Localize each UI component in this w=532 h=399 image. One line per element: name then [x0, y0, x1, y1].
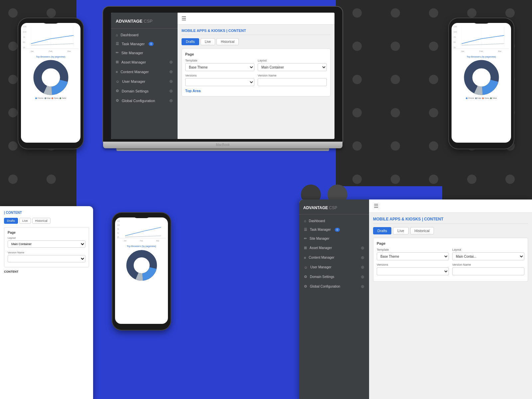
- tablet-versions-select[interactable]: [377, 267, 449, 275]
- tablet-topbar-right: ☰: [369, 200, 532, 213]
- tablet-task-badge: 0: [335, 228, 340, 232]
- sidebar-item-site-manager[interactable]: ✏ Site Manager: [111, 48, 178, 57]
- tablet-label-dashboard: Dashboard: [309, 219, 325, 223]
- tablet-task-icon: ☰: [304, 227, 307, 232]
- partial-tab-historical[interactable]: Historical: [32, 218, 51, 224]
- partial-version-select[interactable]: [8, 255, 85, 262]
- tablet-main-right: ☰ MOBILE APPS & KIOSKS | CONTENT Drafts …: [369, 200, 532, 399]
- domain-icon: ⚙: [116, 89, 119, 93]
- partial-page-title: Page: [8, 231, 85, 234]
- donut-section-bottom: Top Browsers (by pageview): [117, 244, 166, 285]
- tablet-form-template: Template Base Theme: [377, 248, 449, 260]
- hamburger-icon[interactable]: ☰: [182, 15, 186, 22]
- donut-legend-left: Chrome Edge Opera Safari: [23, 97, 78, 99]
- tablet-tab-drafts[interactable]: Drafts: [373, 227, 391, 234]
- partial-breadcrumb: | CONTENT: [4, 211, 89, 214]
- tablet-global-icon: ⚙: [304, 284, 307, 289]
- sidebar-item-asset-manager[interactable]: ⊞ Asset Manager ⊕: [111, 57, 178, 67]
- tablet-sidebar-content[interactable]: ≡ Content Manager ⊕: [299, 253, 369, 262]
- sidebar-item-global-config[interactable]: ⚙ Global Configuration ⊕: [111, 96, 178, 105]
- template-label-laptop: Template: [185, 59, 254, 62]
- tablet-page-card-title: Page: [377, 241, 524, 245]
- form-row-versions-laptop: Versions Version Name: [185, 74, 327, 86]
- svg-point-17: [136, 260, 147, 271]
- sidebar-item-domain-settings[interactable]: ⚙ Domain Settings ⊕: [111, 86, 178, 96]
- tablet-content-plus: ⊕: [361, 255, 364, 260]
- tablet-label-asset: Asset Manager: [310, 246, 332, 250]
- tablet-domain-plus: ⊕: [361, 274, 364, 279]
- tablet-global-plus: ⊕: [361, 284, 364, 289]
- tablet-user-plus: ⊕: [361, 265, 364, 270]
- phone-analytics-left: 125100755025 JanFebMar Top Browsers (by …: [21, 23, 80, 103]
- content-icon: ≡: [116, 70, 118, 74]
- top-area-link-laptop[interactable]: Top Area: [185, 89, 327, 93]
- phone-notch-bottom: [133, 213, 150, 218]
- partial-layout-select[interactable]: Main Container: [8, 240, 85, 248]
- version-name-input-laptop[interactable]: [258, 78, 327, 86]
- tablet-sidebar-global[interactable]: ⚙ Global Configuration ⊕: [299, 282, 369, 291]
- tablet-logo-text: ADVANTAGE: [303, 205, 328, 210]
- tab-drafts-laptop[interactable]: Drafts: [182, 38, 199, 45]
- versions-select-laptop[interactable]: [185, 78, 254, 86]
- phone-screen-right: 125100755025 JanFebMar Top Browsers (by …: [452, 23, 511, 143]
- tablet-content-area: MOBILE APPS & KIOSKS | CONTENT Drafts Li…: [369, 213, 532, 286]
- tablet-tab-live[interactable]: Live: [393, 227, 408, 234]
- tablet-template-select[interactable]: Base Theme: [377, 252, 449, 260]
- sidebar-label-site: Site Manager: [121, 51, 143, 55]
- donut-legend-right: Chrome Edge Opera Safari: [454, 97, 509, 99]
- partial-left-content: | CONTENT Drafts Live Historical Page La…: [0, 206, 93, 279]
- chart-svg-bottom: [117, 220, 166, 238]
- sidebar-item-task-manager[interactable]: ☰ Task Manager 0: [111, 39, 178, 48]
- phone-right: 125100755025 JanFebMar Top Browsers (by …: [449, 18, 514, 149]
- laptop-screen-outer: ADVANTAGE CSP ⌂ Dashboard ☰ Task Manager…: [103, 7, 342, 142]
- sidebar-item-content-manager[interactable]: ≡ Content Manager ⊕: [111, 67, 178, 76]
- user-plus-icon: ⊕: [169, 79, 173, 84]
- sidebar-item-dashboard[interactable]: ⌂ Dashboard: [111, 31, 178, 39]
- form-group-layout-laptop: Layout Main Container: [258, 59, 327, 71]
- partial-tab-live[interactable]: Live: [19, 218, 31, 224]
- tablet-version-name-input[interactable]: [452, 267, 524, 275]
- partial-tab-drafts[interactable]: Drafts: [4, 218, 18, 224]
- laptop-base: MacBook: [103, 142, 342, 148]
- sidebar-item-user-manager[interactable]: ☺ User Manager ⊕: [111, 76, 178, 86]
- tablet-sidebar-asset[interactable]: ⊞ Asset Manager ⊕: [299, 243, 369, 253]
- logo-text: ADVANTAGE: [116, 19, 142, 24]
- tablet-tab-historical[interactable]: Historical: [410, 227, 434, 234]
- tablet-form-version-name: Version Name: [452, 263, 524, 275]
- tablet-form-versions: Versions: [377, 263, 449, 275]
- layout-select-laptop[interactable]: Main Container: [258, 63, 327, 71]
- tab-live-laptop[interactable]: Live: [200, 38, 215, 45]
- tab-historical-laptop[interactable]: Historical: [216, 38, 239, 45]
- tablet-label-site: Site Manager: [310, 237, 329, 240]
- partial-tablet-left: | CONTENT Drafts Live Historical Page La…: [0, 206, 93, 399]
- domain-plus-icon: ⊕: [169, 88, 173, 93]
- tablet-asset-icon: ⊞: [304, 246, 307, 250]
- partial-section-label: CONTENT: [4, 270, 89, 273]
- chart-labels-bottom: JanFebMar: [117, 240, 166, 242]
- tablet-sidebar-site[interactable]: ✏ Site Manager: [299, 234, 369, 243]
- tablet-sidebar-user[interactable]: ☺ User Manager ⊕: [299, 262, 369, 272]
- tablet-layout-select[interactable]: Main Contai...: [452, 252, 524, 260]
- phone-notch-left: [43, 18, 59, 24]
- app-topbar-laptop: ☰: [178, 13, 334, 25]
- tablet-user-icon: ☺: [304, 265, 308, 269]
- tablet-label-global: Global Configuration: [310, 285, 340, 288]
- layout-label-laptop: Layout: [258, 59, 327, 62]
- tablet-layout-label: Layout: [452, 248, 524, 251]
- tablet-template-label: Template: [377, 248, 449, 251]
- phone-notch-right: [473, 18, 490, 24]
- tablet-sidebar-domain[interactable]: ⚙ Domain Settings ⊕: [299, 272, 369, 282]
- chart-area-bottom: 125100755025: [117, 220, 166, 238]
- tablet-label-domain: Domain Settings: [310, 275, 334, 279]
- phone-screen-left: 125100755025 JanFebMar Top Browsers (by …: [21, 23, 80, 143]
- template-select-laptop[interactable]: Base Theme: [185, 63, 254, 71]
- tablet-hamburger-icon[interactable]: ☰: [374, 203, 378, 209]
- tablet-tabs-row: Drafts Live Historical: [373, 227, 528, 234]
- page-card-laptop: Page Template Base Theme Layout: [182, 49, 331, 96]
- form-group-template-laptop: Template Base Theme: [185, 59, 254, 71]
- donut-title-bottom: Top Browsers (by pageview): [117, 245, 166, 247]
- tablet-sidebar-task[interactable]: ☰ Task Manager 0: [299, 225, 369, 234]
- chart-labels-right: JanFebMar: [454, 50, 509, 52]
- tablet-sidebar-dashboard[interactable]: ⌂ Dashboard: [299, 216, 369, 225]
- phone-screen-bottom: 125100755025 JanFebMar Top Browsers (by …: [115, 217, 168, 324]
